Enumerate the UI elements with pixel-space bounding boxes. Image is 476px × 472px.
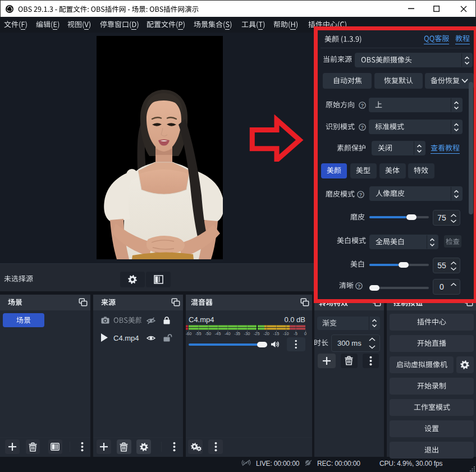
svg-text:-35: -35 <box>234 331 240 336</box>
svg-text:0: 0 <box>304 331 306 336</box>
svg-text:-20: -20 <box>263 331 269 336</box>
svg-text:-40: -40 <box>225 331 231 336</box>
svg-text:-25: -25 <box>254 331 260 336</box>
svg-text:-10: -10 <box>283 331 289 336</box>
svg-text:-5: -5 <box>294 331 298 336</box>
svg-text:-55: -55 <box>195 331 202 336</box>
svg-text:-60: -60 <box>186 331 191 336</box>
svg-text:-15: -15 <box>273 331 280 336</box>
svg-text:-50: -50 <box>205 331 211 336</box>
svg-text:-45: -45 <box>215 331 221 336</box>
svg-text:-30: -30 <box>244 331 250 336</box>
